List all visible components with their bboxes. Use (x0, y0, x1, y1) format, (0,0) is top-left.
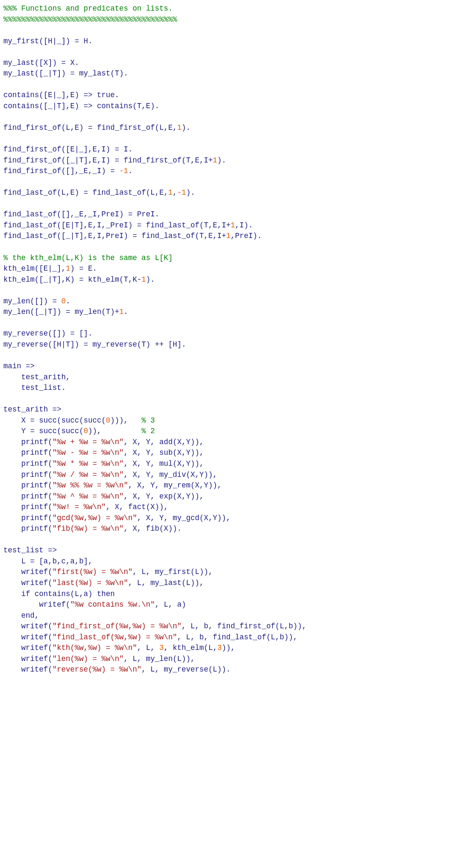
code-line: my_first([H|_]) = H. (3, 36, 473, 47)
code-token: main => (3, 362, 35, 370)
code-token: . (115, 91, 120, 99)
code-line: main => (3, 361, 473, 372)
code-token: 1 (119, 308, 124, 316)
code-line: writef("kth(%w,%w) = %w\n", L, 3, kth_el… (3, 643, 473, 654)
code-line: writef("%w contains %w.\n", L, a) (3, 599, 473, 610)
code-token: end (21, 611, 35, 620)
code-line: L = [a,b,c,a,b], (3, 556, 473, 567)
code-token: printf( (3, 503, 53, 511)
code-line: printf("%w / %w = %w\n", X, Y, my_div(X,… (3, 470, 473, 481)
code-line: X = succ(succ(succ(0))), % 3 (3, 415, 473, 426)
code-token: find_last_of(L,E) = find_last_of(L,E, (3, 188, 168, 197)
code-token: ,PreI). (231, 232, 262, 240)
code-token: kth_elm([_|T],K) = kth_elm(T,K- (3, 275, 142, 284)
code-line: kth_elm([_|T],K) = kth_elm(T,K-1). (3, 274, 473, 286)
code-token: %%% Functions and predicates on lists. (3, 4, 173, 13)
code-line: writef("find_last_of(%w,%w) = %w\n", L, … (3, 632, 473, 643)
code-token: "%w / %w = %w\n" (53, 470, 124, 479)
code-token: , L, (137, 644, 160, 652)
code-token: then (97, 590, 115, 598)
code-token: ). (146, 275, 155, 284)
code-line: my_len([]) = 0. (3, 296, 473, 307)
code-token: "find_last_of(%w,%w) = %w\n" (53, 633, 177, 641)
code-token (3, 590, 21, 598)
code-line (3, 134, 473, 145)
code-line: find_first_of([],_E,_I) = -1. (3, 166, 473, 177)
code-line: my_len([_|T]) = my_len(T)+1. (3, 307, 473, 318)
code-line: my_last([X]) = X. (3, 58, 473, 69)
code-token: printf( (3, 438, 53, 446)
code-line: printf("fib(%w) = %w\n", X, fib(X)). (3, 524, 473, 535)
code-token: "first(%w) = %w\n" (53, 568, 133, 576)
code-token: % 3 (142, 416, 155, 425)
code-token: %%%%%%%%%%%%%%%%%%%%%%%%%%%%%%%%%%%%%%% (3, 15, 177, 24)
code-line: test_list => (3, 545, 473, 556)
code-token: writef( (3, 622, 53, 630)
code-token: , L, my_len(L)), (124, 655, 195, 663)
code-token: , X, Y, add(X,Y)), (124, 438, 204, 446)
code-token: printf( (3, 492, 53, 501)
code-token: Y = succ(succ( (3, 427, 84, 435)
code-token: test_list => (3, 546, 57, 554)
code-line: my_reverse([H|T]) = my_reverse(T) ++ [H]… (3, 339, 473, 350)
code-token: writef( (3, 633, 53, 641)
code-token: "find_first_of(%w,%w) = %w\n" (53, 622, 182, 630)
code-token: test_arith => (3, 405, 62, 414)
code-line (3, 47, 473, 58)
code-token: printf( (3, 470, 53, 479)
code-line: my_last([_|T]) = my_last(T). (3, 68, 473, 79)
code-line: end, (3, 610, 473, 622)
code-token: 1 (168, 188, 173, 197)
code-token: % the kth_elm(L,K) is the same as L[K] (3, 254, 173, 262)
code-line: %%% Functions and predicates on lists. (3, 3, 473, 14)
code-line: %%%%%%%%%%%%%%%%%%%%%%%%%%%%%%%%%%%%%%% (3, 14, 473, 25)
code-token: my_first([H|_]) = H. (3, 37, 92, 45)
code-line: find_last_of([],_E,_I,PreI) = PreI. (3, 209, 473, 220)
code-token: 1 (142, 275, 146, 284)
code-line: writef("reverse(%w) = %w\n", L, my_rever… (3, 664, 473, 675)
code-token: writef( (3, 655, 53, 663)
code-line (3, 535, 473, 546)
code-line: Y = succ(succ(0)), % 2 (3, 426, 473, 437)
code-token: "%w! = %w\n" (53, 503, 106, 511)
code-token: 0 (84, 427, 88, 435)
code-token: my_reverse([]) = []. (3, 329, 92, 338)
code-token: "fib(%w) = %w\n" (53, 524, 124, 533)
code-line: printf("%w ^ %w = %w\n", X, Y, exp(X,Y))… (3, 491, 473, 502)
code-token: my_len([_|T]) = my_len(T)+ (3, 308, 119, 316)
code-line: printf("%w + %w = %w\n", X, Y, add(X,Y))… (3, 437, 473, 448)
code-token: , L, b, find_first_of(L,b)), (182, 622, 306, 630)
code-token: , (35, 611, 39, 620)
code-line: test_list. (3, 383, 473, 394)
code-token: 3 (217, 644, 222, 652)
code-token: 0 (106, 416, 111, 425)
code-token: 1 (66, 264, 70, 273)
code-line: find_first_of([E|_],E,I) = I. (3, 144, 473, 155)
code-token: "gcd(%w,%w) = %w\n" (53, 514, 137, 522)
code-line (3, 350, 473, 361)
code-token: 1 (213, 156, 218, 165)
code-token: find_first_of([_|T],E,I) = find_first_of… (3, 156, 213, 165)
code-token: printf( (3, 459, 53, 468)
code-token: 1 (177, 123, 182, 132)
code-token: ). (186, 188, 195, 197)
code-token: writef( (3, 568, 53, 576)
code-line: find_first_of(L,E) = find_first_of(L,E,1… (3, 123, 473, 134)
code-token: printf( (3, 481, 53, 490)
code-token: find_first_of([E|_],E,I) = I. (3, 145, 133, 154)
code-token: )), (222, 644, 235, 652)
code-token: "%w %% %w = %w\n" (53, 481, 129, 490)
code-line: printf("%w! = %w\n", X, fact(X)), (3, 502, 473, 513)
code-line: printf("%w - %w = %w\n", X, Y, sub(X,Y))… (3, 448, 473, 459)
code-token: , L, my_first(L)), (133, 568, 213, 576)
code-token: contains([_|T],E) => contains(T,E). (3, 102, 160, 110)
code-token: test_arith, (3, 373, 70, 381)
code-line: find_first_of([_|T],E,I) = find_first_of… (3, 155, 473, 166)
code-token: 0 (62, 297, 66, 305)
code-token: , L, my_reverse(L)). (142, 665, 231, 674)
code-token: 1 (231, 221, 235, 230)
code-token: . (66, 297, 70, 305)
code-token: find_last_of([],_E,_I,PreI) = PreI. (3, 210, 160, 218)
code-line: writef("len(%w) = %w\n", L, my_len(L)), (3, 654, 473, 665)
code-token: , L, my_last(L)), (128, 579, 204, 587)
